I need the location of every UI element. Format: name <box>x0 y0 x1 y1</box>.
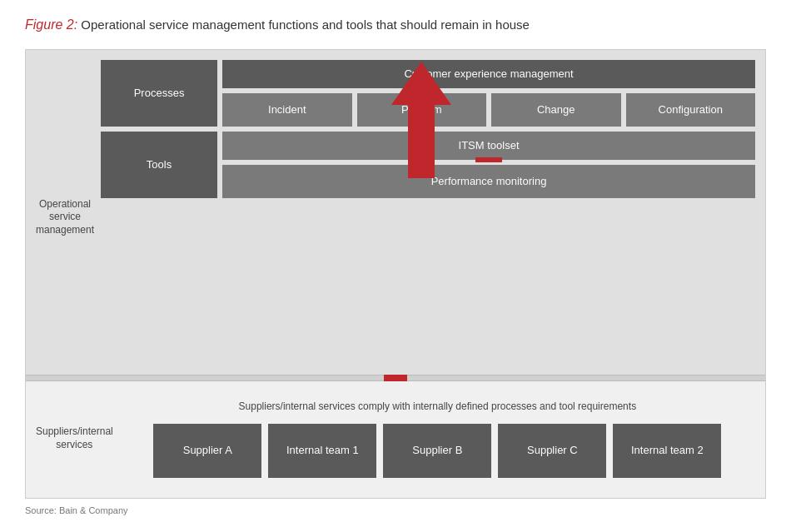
top-section: Operationalservicemanagement Processes C… <box>26 50 765 375</box>
change-box: Change <box>491 93 620 127</box>
tools-right: ITSM toolset Performance monitoring <box>222 132 755 198</box>
suppliers-label: Suppliers/internalservices <box>36 425 120 451</box>
processes-row: Processes Customer experience management… <box>101 60 755 127</box>
section-divider <box>26 375 765 381</box>
supplier-a-box: Supplier A <box>153 424 261 478</box>
suppliers-description: Suppliers/internal services comply with … <box>120 400 755 412</box>
processes-box: Processes <box>101 60 217 127</box>
divider-arrow <box>384 375 407 381</box>
figure-title: Figure 2: Operational service management… <box>25 17 766 34</box>
figure-title-text: Operational service management functions… <box>81 17 530 32</box>
perf-box: Performance monitoring <box>222 165 755 198</box>
suppliers-content: Suppliers/internal services comply with … <box>120 400 755 478</box>
osm-label: Operationalservicemanagement <box>36 60 101 375</box>
source-note: Source: Bain & Company <box>25 505 766 515</box>
supplier-c-box: Supplier C <box>498 424 606 478</box>
problem-box: Problem <box>357 93 486 127</box>
figure-label: Figure 2: <box>25 17 77 32</box>
incident-box: Incident <box>222 93 351 127</box>
tools-box: Tools <box>101 132 217 198</box>
diagram-wrapper: Operationalservicemanagement Processes C… <box>25 49 766 499</box>
itsm-box: ITSM toolset <box>222 132 755 160</box>
internal-team-2-box: Internal team 2 <box>613 424 721 478</box>
osm-content: Processes Customer experience management… <box>101 60 755 375</box>
suppliers-boxes: Supplier A Internal team 1 Supplier B Su… <box>120 424 755 478</box>
tools-row: Tools ITSM toolset Performance monitorin… <box>101 132 755 198</box>
incident-row: Incident Problem Change <box>222 93 755 127</box>
supplier-b-box: Supplier B <box>383 424 491 478</box>
internal-team-1-box: Internal team 1 <box>268 424 376 478</box>
processes-right: Customer experience management Incident … <box>222 60 755 127</box>
bottom-section: Suppliers/internalservices Suppliers/int… <box>26 381 765 498</box>
customer-exp-box: Customer experience management <box>222 60 755 88</box>
config-box: Configuration <box>626 93 755 127</box>
